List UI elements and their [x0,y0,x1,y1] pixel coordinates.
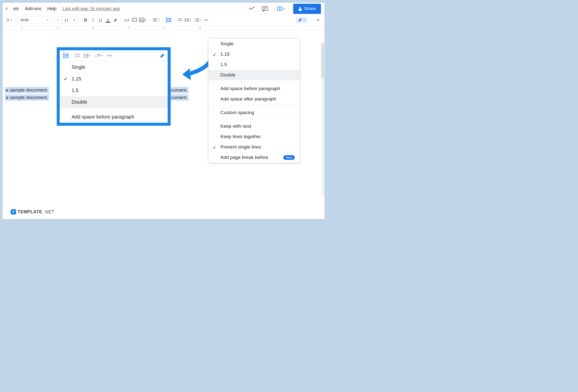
svg-rect-0 [262,6,268,10]
menu-label: Add space before paragraph [220,86,280,91]
menu-help[interactable]: Help [45,4,59,13]
fontsize-value[interactable]: 11 [62,17,71,23]
spacing-single[interactable]: Single [208,39,300,49]
menu-label: Double [220,72,235,78]
add-space-before[interactable]: Add space before paragraph [208,84,300,94]
svg-point-18 [185,20,186,21]
font-name: Arial [21,18,29,22]
check-icon: ✓ [212,52,216,58]
svg-point-46 [107,55,108,56]
scrollbar-thumb[interactable] [321,43,324,78]
svg-point-20 [185,21,186,22]
check-icon: ✓ [212,145,216,150]
watermark: T TEMPLATE.NET [11,209,54,215]
keep-with-next[interactable]: Keep with next [208,121,300,131]
italic-button[interactable]: I [90,17,96,24]
edit-pencil-button[interactable] [159,52,166,59]
spacing-double[interactable]: Double [208,70,300,80]
bullet-list-button[interactable] [184,17,193,24]
spacing-single[interactable]: Single [60,61,168,73]
separator [80,17,80,23]
custom-spacing[interactable]: Custom spacing [208,107,300,118]
doc-text: cument. [170,94,189,101]
watermark-brand: TEMPLATE [18,209,42,215]
spacing-double[interactable]: Double [60,96,168,108]
line-spacing-button[interactable] [165,17,172,24]
separator [208,106,300,106]
chevron-down-icon [10,19,12,21]
more-button[interactable] [202,17,209,24]
collapse-button[interactable] [315,17,321,24]
menu-label: Single [72,64,86,70]
ruler-mark: 5 [164,26,165,29]
add-space-before[interactable]: Add space before paragraph [60,111,168,123]
last-edit-link[interactable]: Last edit was 16 minutes ago [60,6,120,11]
font-select[interactable]: Arial [18,17,50,24]
chevron-down-icon [101,55,103,56]
add-space-after[interactable]: Add space after paragraph [208,94,300,104]
share-button[interactable]: Share [293,4,321,14]
present-button[interactable] [274,5,289,13]
add-page-break-before[interactable]: Add page break before New [208,152,300,163]
activity-icon[interactable] [247,4,256,13]
edit-mode-button[interactable] [296,17,307,23]
prevent-single-lines[interactable]: ✓ Prevent single lines [208,142,300,152]
svg-text:+: + [134,18,135,21]
fontsize-decrease[interactable]: − [55,17,62,23]
highlight-button[interactable] [112,17,119,24]
chevron-down-icon [199,19,201,21]
menubar-right: Share [247,4,321,14]
menubar: ols Add-ons Help Last edit was 16 minute… [3,3,324,15]
comment-button[interactable]: + [131,17,138,24]
scrollbar[interactable] [321,42,324,196]
separator [174,17,174,23]
callout-menu: Single ✓ 1.15 1.5 Double Add space befor… [60,61,168,123]
styles-dropdown[interactable]: (t [5,17,14,23]
checklist-button[interactable] [176,17,183,24]
separator [150,17,150,23]
chevron-down-icon [145,19,147,21]
ruler-mark: 3 [92,26,94,29]
link-button[interactable] [123,17,131,24]
menu-label: 1.15 [72,76,81,82]
svg-point-28 [204,20,205,21]
spacing-115[interactable]: ✓ 1.15 [208,49,300,59]
more-button[interactable] [106,52,113,59]
numbered-list-button[interactable]: 123 [193,17,202,24]
doc-arrow-icon [6,7,8,10]
callout-box: 12 Single ✓ 1.15 1.5 Double Add space be… [57,47,171,126]
spacing-15[interactable]: 1.5 [208,59,300,70]
bold-button[interactable]: B [82,17,89,24]
spacing-15[interactable]: 1.5 [60,85,168,96]
numbered-list-button[interactable]: 12 [94,52,104,59]
align-button[interactable] [152,17,161,24]
menu-label: Add space after paragraph [220,96,276,102]
ruler: 1 2 3 4 5 6 [3,26,324,30]
svg-point-29 [205,20,206,21]
bullet-list-button[interactable] [83,52,92,59]
menu-label: Add page break before [220,155,268,160]
underline-button[interactable]: U [97,17,104,24]
fontsize-increase[interactable]: + [71,17,78,23]
line-spacing-button[interactable] [62,52,70,59]
doc-text: a sample document. [5,87,49,93]
spacing-115[interactable]: ✓ 1.15 [60,73,168,85]
svg-text:3: 3 [194,21,195,22]
checklist-button[interactable] [74,52,81,59]
chevron-down-icon [284,8,286,10]
separator [16,17,16,23]
comments-icon[interactable] [260,4,269,13]
app-frame: ols Add-ons Help Last edit was 16 minute… [2,2,325,219]
chevron-down-icon [303,19,305,21]
ruler-mark: 4 [128,26,130,29]
menu-label: Prevent single lines [220,144,261,150]
menu-tools[interactable]: ols [11,4,21,13]
watermark-badge: T [11,209,16,215]
text-color-button[interactable]: A [104,17,111,24]
separator [208,119,300,120]
toolbar: (t Arial − 11 + B I U A + [3,15,324,26]
image-button[interactable] [139,17,148,24]
svg-point-48 [111,55,112,56]
keep-lines-together[interactable]: Keep lines together [208,131,300,142]
menu-addons[interactable]: Add-ons [22,4,44,13]
